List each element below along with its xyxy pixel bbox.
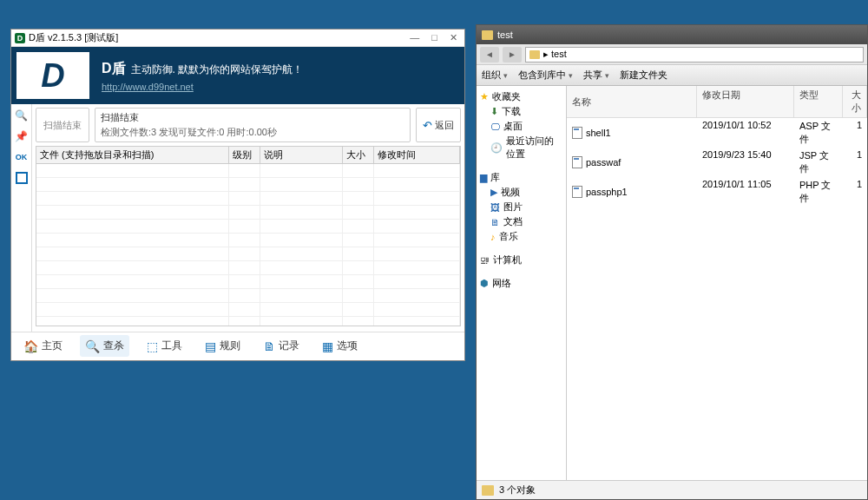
tree-documents[interactable]: 🗎文档 (478, 214, 564, 229)
tree-recent[interactable]: 🕘最近访问的位置 (478, 134, 564, 161)
tab-tools[interactable]: ⬚工具 (141, 335, 187, 357)
tree-network[interactable]: ⬢网络 (478, 276, 564, 291)
tree-videos[interactable]: ▶视频 (478, 185, 564, 200)
tools-icon: ⬚ (147, 339, 158, 353)
explorer-window: test ◄ ► ▸ test 组织 包含到库中 共享 新建文件夹 ★收藏夹 ⬇… (476, 24, 868, 500)
table-row[interactable] (36, 303, 460, 317)
table-row[interactable] (36, 192, 460, 206)
table-row[interactable] (36, 220, 460, 234)
tab-home[interactable]: 🏠主页 (18, 335, 68, 357)
folder-icon (529, 50, 540, 59)
table-row[interactable] (36, 275, 460, 289)
home-icon: 🏠 (23, 339, 38, 353)
col-date[interactable]: 修改日期 (697, 86, 794, 117)
network-icon: ⬢ (480, 278, 489, 289)
dshield-app-icon: D (15, 33, 25, 43)
share-button[interactable]: 共享 (583, 69, 609, 82)
dshield-banner: D D盾主动防御. 默默为你的网站保驾护航！ http://www.d99net… (11, 47, 464, 104)
file-type: PHP 文件 (794, 178, 843, 206)
organize-button[interactable]: 组织 (482, 69, 508, 82)
window-controls: — □ ✕ (406, 32, 461, 43)
back-button[interactable]: ↶ 返回 (416, 108, 461, 142)
banner-slogan: 主动防御. 默默为你的网站保驾护航！ (131, 63, 304, 76)
result-table[interactable]: 文件 (支持拖放目录和扫描) 级别 说明 大小 修改时间 (36, 146, 461, 326)
explorer-titlebar[interactable]: test (477, 25, 867, 44)
star-icon: ★ (480, 91, 489, 102)
col-file[interactable]: 文件 (支持拖放目录和扫描) (36, 147, 229, 163)
tree-libraries[interactable]: ▆库 (478, 170, 564, 185)
tree-music[interactable]: ♪音乐 (478, 229, 564, 244)
file-size: 1 (843, 178, 867, 206)
tree-computer[interactable]: 🖳计算机 (478, 253, 564, 267)
col-mtime[interactable]: 修改时间 (374, 147, 460, 163)
scan-result-detail: 检测文件数:3 发现可疑文件:0 用时:0.00秒 (101, 126, 404, 139)
file-list-header: 名称 修改日期 类型 大小 (567, 86, 867, 118)
tab-rules[interactable]: ▤规则 (200, 335, 246, 357)
include-button[interactable]: 包含到库中 (518, 69, 573, 82)
pin-icon[interactable]: 📌 (14, 128, 30, 144)
table-row[interactable] (36, 164, 460, 178)
col-size[interactable]: 大小 (343, 147, 374, 163)
computer-icon: 🖳 (480, 255, 490, 266)
file-size: 1 (843, 148, 867, 176)
dshield-titlebar[interactable]: D D盾 v2.1.5.3 [测试版] — □ ✕ (11, 30, 464, 47)
tab-log[interactable]: 🗎记录 (258, 335, 305, 357)
nav-back-button[interactable]: ◄ (480, 47, 499, 62)
file-size: 1 (843, 119, 867, 147)
table-row[interactable] (36, 178, 460, 192)
square-icon[interactable] (14, 170, 30, 186)
file-row[interactable]: passphp12019/10/1 11:05PHP 文件1 (567, 177, 867, 207)
log-icon: 🗎 (263, 339, 275, 353)
music-icon: ♪ (490, 232, 496, 242)
col-type[interactable]: 类型 (794, 86, 843, 117)
download-icon: ⬇ (490, 106, 498, 117)
tree-downloads[interactable]: ⬇下载 (478, 104, 564, 119)
nav-forward-button[interactable]: ► (503, 47, 522, 62)
table-row[interactable] (36, 234, 460, 247)
file-date: 2019/10/1 11:05 (697, 178, 794, 206)
table-row[interactable] (36, 317, 460, 326)
folder-icon (482, 485, 494, 496)
recent-icon: 🕘 (490, 142, 503, 154)
search-icon[interactable]: 🔍 (14, 108, 30, 123)
explorer-toolbar: 组织 包含到库中 共享 新建文件夹 (477, 65, 867, 86)
document-icon: 🗎 (490, 217, 500, 227)
dshield-window: D D盾 v2.1.5.3 [测试版] — □ ✕ D D盾主动防御. 默默为你… (10, 29, 465, 361)
file-name: shell1 (586, 128, 611, 138)
col-name[interactable]: 名称 (567, 86, 697, 117)
table-row[interactable] (36, 261, 460, 275)
file-row[interactable]: shell12019/10/1 10:52ASP 文件1 (567, 118, 867, 148)
col-desc[interactable]: 说明 (260, 147, 343, 163)
explorer-tree[interactable]: ★收藏夹 ⬇下载 🖵桌面 🕘最近访问的位置 ▆库 ▶视频 🖼图片 🗎文档 ♪音乐… (477, 86, 567, 480)
close-button[interactable]: ✕ (446, 32, 461, 43)
tree-pictures[interactable]: 🖼图片 (478, 200, 564, 214)
tree-favorites[interactable]: ★收藏夹 (478, 89, 564, 104)
new-folder-button[interactable]: 新建文件夹 (620, 69, 667, 82)
table-header: 文件 (支持拖放目录和扫描) 级别 说明 大小 修改时间 (36, 147, 460, 164)
table-row[interactable] (36, 247, 460, 261)
table-row[interactable] (36, 206, 460, 220)
banner-name: D盾 (102, 61, 126, 76)
options-icon: ▦ (322, 339, 333, 353)
col-level[interactable]: 级别 (229, 147, 260, 163)
banner-url[interactable]: http://www.d99net.net (102, 82, 303, 92)
status-text: 3 个对象 (499, 484, 536, 497)
maximize-button[interactable]: □ (428, 32, 441, 43)
table-row[interactable] (36, 289, 460, 303)
file-list[interactable]: 名称 修改日期 类型 大小 shell12019/10/1 10:52ASP 文… (567, 86, 867, 480)
col-size[interactable]: 大小 (843, 86, 867, 117)
file-rows: shell12019/10/1 10:52ASP 文件1passwaf2019/… (567, 118, 867, 207)
tab-scan[interactable]: 🔍查杀 (80, 335, 129, 357)
scan-end-button[interactable]: 扫描结束 (36, 108, 89, 142)
minimize-button[interactable]: — (406, 32, 423, 43)
tab-options[interactable]: ▦选项 (317, 335, 363, 357)
tree-desktop[interactable]: 🖵桌面 (478, 119, 564, 134)
desktop-icon: 🖵 (490, 122, 500, 132)
dshield-title-text: D盾 v2.1.5.3 [测试版] (29, 31, 118, 44)
file-icon (572, 186, 582, 198)
file-name: passwaf (586, 157, 621, 168)
file-type: JSP 文件 (794, 148, 843, 176)
file-row[interactable]: passwaf2019/9/23 15:40JSP 文件1 (567, 148, 867, 177)
ok-icon[interactable]: OK (14, 149, 30, 165)
address-path[interactable]: ▸ test (525, 47, 864, 62)
